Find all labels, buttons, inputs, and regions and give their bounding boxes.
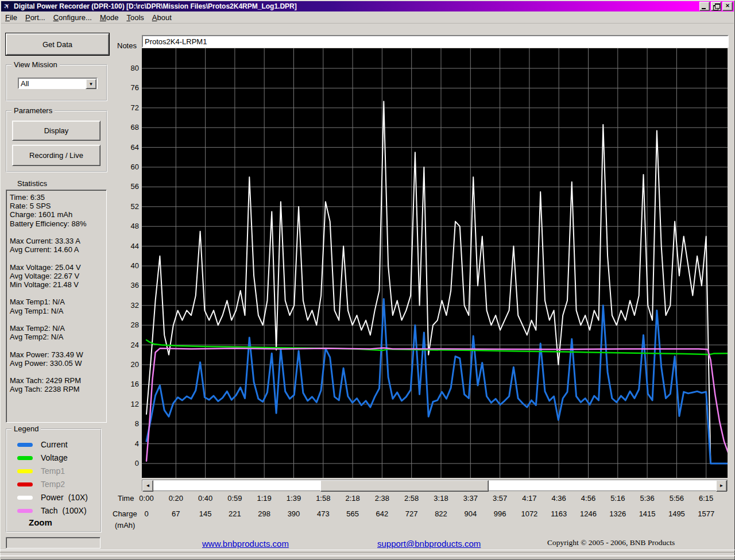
legend-title: Legend	[11, 424, 41, 433]
copyright-text: Copyright © 2005 - 2006, BNB Products	[547, 538, 675, 547]
menu-bar: File Port... Configure... Mode Tools Abo…	[1, 11, 734, 24]
progress-box	[6, 537, 100, 549]
chart-horizontal-scrollbar[interactable]: ◄ ►	[142, 480, 728, 491]
legend-item-temp1[interactable]: Temp1	[17, 466, 65, 476]
close-icon: ✕	[725, 3, 730, 9]
y-tick-label: 48	[115, 222, 139, 230]
time-tick-label: 2:18	[337, 494, 368, 503]
y-tick-label: 32	[115, 301, 139, 310]
legend-label: Temp1	[41, 466, 65, 476]
legend-item-current[interactable]: Current	[17, 440, 68, 449]
charge-tick-label: 904	[455, 509, 486, 518]
time-tick-label: 3:18	[425, 494, 457, 503]
legend-item-tach[interactable]: Tach (100X)	[17, 506, 87, 515]
menu-configure[interactable]: Configure...	[49, 12, 96, 23]
y-tick-label: 24	[115, 341, 139, 349]
tach-swatch-icon	[17, 509, 33, 513]
time-tick-label: 1:39	[278, 494, 310, 503]
charge-tick-label: 1163	[543, 509, 574, 518]
time-tick-label: 0:20	[160, 494, 191, 503]
y-tick-label: 76	[115, 83, 139, 92]
charge-tick-label: 822	[425, 509, 457, 518]
charge-tick-label: 473	[308, 509, 339, 518]
window-title: Digital Power Recorder (DPR-100) [D:\rc\…	[14, 2, 698, 10]
restore-button[interactable]	[711, 2, 721, 11]
legend-label: Voltage	[41, 453, 68, 462]
temp1-swatch-icon	[17, 469, 33, 473]
charge-tick-label: 1246	[573, 509, 604, 518]
time-tick-label: 1:19	[249, 494, 280, 503]
mission-selected-value: All	[21, 79, 29, 88]
time-tick-label: 1:58	[308, 494, 339, 503]
arrow-right-icon: ►	[719, 483, 724, 488]
website-link[interactable]: www.bnbproducts.com	[202, 539, 289, 549]
minimize-icon	[702, 8, 706, 9]
time-tick-label: 2:58	[396, 494, 427, 503]
menu-file[interactable]: File	[1, 12, 21, 23]
scrollbar-thumb[interactable]	[320, 480, 489, 492]
statistics-title: Statistics	[17, 179, 47, 188]
charge-tick-label: 1415	[632, 509, 663, 518]
legend-item-power[interactable]: Power (10X)	[17, 493, 88, 502]
view-mission-group: View Mission All ▼	[6, 64, 107, 101]
charge-tick-label: 1326	[602, 509, 633, 518]
recording-live-button[interactable]: Recording / Live	[12, 145, 100, 166]
charge-tick-label: 727	[396, 509, 427, 518]
scroll-right-button[interactable]: ►	[716, 480, 727, 492]
statistics-box: Time: 6:35 Rate: 5 SPS Charge: 1601 mAh …	[6, 190, 107, 423]
charge-tick-label: 221	[219, 509, 250, 518]
notes-label: Notes	[117, 41, 137, 50]
menu-about[interactable]: About	[148, 12, 176, 23]
get-data-button[interactable]: Get Data	[6, 33, 109, 55]
mission-dropdown-button[interactable]: ▼	[86, 79, 96, 89]
charge-tick-label: 298	[249, 509, 280, 518]
close-button[interactable]: ✕	[722, 2, 733, 11]
chart-canvas[interactable]	[142, 48, 728, 478]
time-tick-label: 6:15	[691, 494, 722, 503]
legend-item-temp2[interactable]: Temp2	[17, 480, 65, 489]
legend-item-voltage[interactable]: Voltage	[17, 453, 68, 462]
bottom-divider	[0, 550, 735, 553]
notes-input[interactable]	[142, 35, 729, 48]
charge-tick-label: 67	[160, 509, 191, 518]
charge-tick-label: 642	[366, 509, 397, 518]
view-mission-title: View Mission	[11, 60, 60, 69]
chart-plot-area[interactable]	[142, 48, 728, 478]
y-tick-label: 12	[115, 400, 139, 408]
menu-tools[interactable]: Tools	[122, 12, 148, 23]
time-tick-label: 4:56	[573, 494, 604, 503]
parameters-title: Parameters	[11, 106, 55, 115]
support-email-link[interactable]: support@bnbproducts.com	[377, 539, 481, 549]
charge-tick-label: 1577	[691, 509, 722, 518]
y-tick-label: 4	[115, 439, 139, 448]
time-tick-label: 5:16	[602, 494, 633, 503]
arrow-left-icon: ◄	[146, 483, 150, 488]
time-tick-label: 0:59	[219, 494, 250, 503]
temp2-swatch-icon	[17, 482, 33, 486]
y-tick-label: 60	[115, 163, 139, 171]
time-tick-label: 2:38	[366, 494, 397, 503]
display-button[interactable]: Display	[12, 121, 100, 141]
time-tick-label: 4:17	[514, 494, 545, 503]
y-tick-label: 20	[115, 360, 139, 369]
time-tick-label: 3:57	[485, 494, 516, 503]
time-tick-label: 5:36	[632, 494, 663, 503]
scroll-left-button[interactable]: ◄	[142, 480, 153, 492]
menu-mode[interactable]: Mode	[96, 12, 123, 23]
charge-tick-label: 565	[337, 509, 368, 518]
title-bar: ✈ Digital Power Recorder (DPR-100) [D:\r…	[1, 1, 734, 11]
time-tick-label: 0:40	[190, 494, 221, 503]
zoom-mode-label: Zoom	[29, 517, 52, 527]
legend-group: Legend Current Voltage Temp1 Temp2 Power…	[6, 428, 102, 532]
y-tick-label: 16	[115, 380, 139, 388]
mission-select[interactable]: All ▼	[18, 78, 98, 89]
menu-port[interactable]: Port...	[21, 12, 49, 23]
minimize-button[interactable]	[699, 2, 710, 11]
charge-tick-label: 1072	[514, 509, 545, 518]
legend-multiplier: (100X)	[63, 506, 87, 515]
charge-tick-label: 0	[131, 509, 162, 518]
current-swatch-icon	[17, 443, 33, 447]
y-tick-label: 68	[115, 123, 139, 132]
parameters-group: Parameters Display Recording / Live	[6, 110, 107, 172]
charge-tick-label: 145	[190, 509, 221, 518]
